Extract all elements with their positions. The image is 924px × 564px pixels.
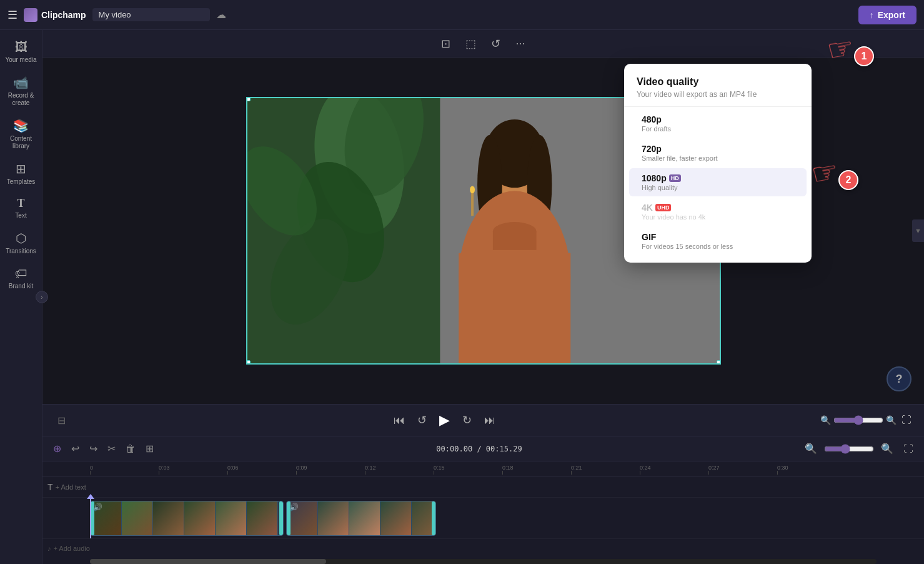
editor-toolbar: ⊡ ⬚ ↺ ···: [42, 30, 924, 58]
subtitles-button[interactable]: ⊟: [55, 412, 68, 429]
ruler-mark-15: 0:15: [434, 465, 502, 475]
ruler-mark-21: 0:21: [571, 465, 640, 475]
timeline-toolbar: ⊕ ↩ ↪ ✂ 🗑 ⊞ 00:00.00 / 00:15.29 🔍 🔍 ⛶: [42, 436, 924, 461]
quality-option-1080p[interactable]: 1080p HD High quality: [629, 168, 807, 196]
text-track-label: T + Add text: [42, 482, 90, 492]
handle-top-left[interactable]: [246, 97, 251, 101]
export-button[interactable]: ↑ Export: [858, 6, 917, 24]
ruler-marks: 0 0:03 0:06 0:09: [90, 465, 924, 475]
playhead[interactable]: [90, 498, 91, 538]
topbar-right: ↑ Export: [858, 6, 917, 24]
total-time: 00:15.29: [486, 445, 522, 453]
hamburger-icon[interactable]: ☰: [7, 8, 17, 22]
topbar-left: ☰ Clipchamp ☁: [7, 8, 226, 22]
add-audio-label: + Add audio: [54, 545, 90, 552]
sidebar-item-transitions[interactable]: ⬡ Transitions: [2, 226, 40, 260]
svg-rect-13: [471, 191, 474, 216]
quality-gif-desc: For videos 15 seconds or less: [642, 243, 794, 250]
logo-area: Clipchamp: [24, 8, 86, 22]
brand-icon: 🏷: [15, 266, 27, 281]
sidebar-item-text[interactable]: T Text: [2, 192, 40, 224]
redo-button[interactable]: ↪: [86, 441, 101, 456]
timeline-area: 0 0:03 0:06 0:09: [42, 461, 924, 564]
sidebar-expand-button[interactable]: ›: [36, 291, 48, 303]
delete-button[interactable]: 🗑: [122, 441, 139, 456]
handle-bottom-left[interactable]: [246, 360, 251, 365]
zoom-slider[interactable]: [833, 415, 883, 425]
quality-option-480p[interactable]: 480p For drafts: [629, 109, 807, 138]
zoom-in-icon: 🔍: [886, 415, 897, 425]
time-separator: /: [477, 445, 485, 453]
timeline-ruler: 0 0:03 0:06 0:09: [42, 461, 924, 476]
scrollbar-thumb[interactable]: [90, 559, 326, 564]
svg-rect-24: [459, 253, 570, 363]
ruler-mark-0: 0: [90, 465, 159, 475]
timeline-scrollbar[interactable]: [90, 559, 877, 564]
split-button[interactable]: ⊞: [142, 441, 157, 456]
video-clip-2[interactable]: 🔊: [286, 501, 436, 536]
help-button[interactable]: ?: [887, 366, 912, 391]
sidebar-item-label-brand: Brand kit: [9, 283, 33, 290]
quality-option-4k[interactable]: 4K UHD Your video has no 4k: [629, 198, 807, 226]
cloud-icon: ☁: [216, 9, 226, 21]
clip-handle-right-2[interactable]: [432, 501, 435, 535]
current-time: 00:00.00: [436, 445, 472, 453]
clip-thumb-2d: [380, 501, 412, 535]
quality-popup-title: Video quality: [624, 76, 812, 90]
handle-bottom-right[interactable]: [717, 360, 721, 365]
sidebar-item-label-templates: Templates: [7, 178, 36, 186]
sidebar-item-content-library[interactable]: 📚 Content library: [2, 113, 40, 155]
clip-thumb-2c: [349, 501, 380, 535]
go-to-end-button[interactable]: ⏭: [482, 411, 498, 430]
zoom-out-timeline-button[interactable]: 🔍: [802, 441, 820, 456]
svg-rect-26: [492, 231, 536, 250]
quality-480p-label: 480p: [642, 114, 794, 124]
text-track-row: T + Add text: [42, 476, 924, 498]
video-clip-1[interactable]: 🔊: [90, 501, 284, 536]
quality-option-gif[interactable]: GIF For videos 15 seconds or less: [629, 227, 807, 255]
clip-handle-right-1[interactable]: [279, 501, 283, 535]
snap-button[interactable]: ⊕: [50, 441, 64, 456]
hd-badge: HD: [669, 174, 681, 182]
timeline-zoom-slider[interactable]: [824, 444, 874, 454]
sidebar-item-brand-kit[interactable]: 🏷 Brand kit: [2, 261, 40, 295]
quality-option-720p[interactable]: 720p Smaller file, faster export: [629, 139, 807, 167]
go-to-start-button[interactable]: ⏮: [391, 411, 407, 430]
export-icon: ↑: [870, 10, 874, 20]
fullscreen-button[interactable]: ⛶: [902, 415, 912, 426]
playback-right: 🔍 🔍 ⛶: [820, 415, 912, 426]
cut-button[interactable]: ✂: [104, 441, 119, 456]
fast-forward-button[interactable]: ↻: [460, 411, 474, 430]
quality-4k-desc: Your video has no 4k: [642, 213, 794, 221]
editor-area: ⊡ ⬚ ↺ ···: [42, 30, 924, 564]
quality-gif-label: GIF: [642, 232, 794, 242]
more-options-button[interactable]: ···: [513, 34, 527, 53]
zoom-out-icon: 🔍: [820, 415, 831, 425]
rewind-button[interactable]: ↺: [415, 411, 429, 430]
uhd-badge: UHD: [655, 204, 672, 211]
video-clip-inner-2: [287, 501, 435, 535]
quality-720p-desc: Smaller file, faster export: [642, 154, 794, 162]
resize-button[interactable]: ⬚: [463, 34, 479, 53]
crop-button[interactable]: ⊡: [439, 34, 453, 53]
sidebar-item-templates[interactable]: ⊞ Templates: [2, 156, 40, 191]
zoom-in-timeline-button[interactable]: 🔍: [878, 441, 897, 456]
sidebar-item-record-create[interactable]: 📹 Record & create: [2, 70, 40, 112]
add-text-button[interactable]: + Add text: [56, 483, 86, 491]
clip-thumb-1c: [153, 501, 184, 535]
sidebar-item-label-library: Content library: [5, 135, 37, 150]
add-audio-row[interactable]: ♪ + Add audio: [42, 539, 924, 558]
ruler-mark-12: 0:12: [365, 465, 434, 475]
rotate-button[interactable]: ↺: [489, 34, 503, 53]
sidebar-item-your-media[interactable]: 🖼 Your media: [2, 35, 40, 69]
playback-center: ⏮ ↺ ▶ ↻ ⏭: [391, 410, 498, 431]
timeline-time-display: 00:00.00 / 00:15.29: [162, 445, 797, 453]
project-name-input[interactable]: [92, 8, 210, 21]
quality-popup: Video quality Your video will export as …: [624, 64, 812, 263]
play-button[interactable]: ▶: [437, 410, 452, 431]
expand-timeline-button[interactable]: ⛶: [900, 441, 917, 456]
undo-button[interactable]: ↩: [68, 441, 82, 456]
ruler-mark-18: 0:18: [502, 465, 571, 475]
scroll-down-arrow[interactable]: ▼: [912, 219, 924, 242]
quality-1080p-label: 1080p HD: [642, 173, 794, 183]
